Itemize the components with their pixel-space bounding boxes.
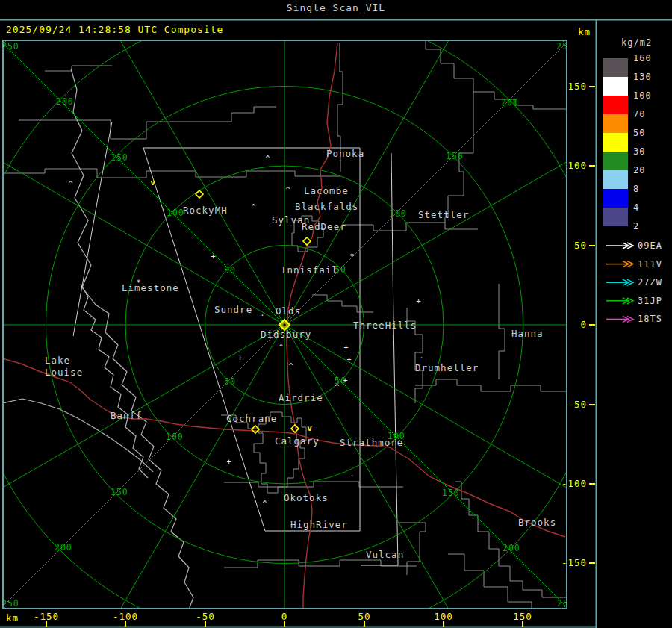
legend-radar-label: 09EA <box>638 240 662 251</box>
county-boundary <box>19 107 276 139</box>
right-axis-label: 100 <box>567 160 587 171</box>
legend-radar-label: 111V <box>638 259 662 270</box>
scan-timestamp: 2025/09/24 14:28:58 UTC Composite <box>6 24 223 35</box>
town-marker: ^ <box>251 203 256 211</box>
range-ring-label: 100 <box>166 432 184 442</box>
right-axis-unit: km <box>578 26 591 37</box>
city-label: Blackfalds <box>295 201 358 212</box>
city-label: Stettler <box>418 209 469 220</box>
radial-line <box>284 325 647 534</box>
right-axis-label: 0 <box>580 319 587 330</box>
chevron-marker: v <box>150 178 156 187</box>
city-label: ThreeHills <box>353 320 417 331</box>
range-ring-label: 150 <box>446 151 464 161</box>
town-marker: + <box>343 343 349 352</box>
city-label: Cochrane <box>226 413 277 424</box>
range-ring-label: 100 <box>167 208 184 218</box>
legend-color-swatch <box>603 208 628 226</box>
legend-scale-label: 2 <box>633 221 639 231</box>
county-boundary <box>415 379 567 391</box>
range-ring-label: 50 <box>224 265 236 276</box>
city-label: Hanna <box>511 328 544 339</box>
city-label: Vulcan <box>366 549 404 560</box>
legend-scale-label: 70 <box>633 109 645 119</box>
radial-line <box>284 0 494 325</box>
range-ring-label: 250 <box>557 598 575 609</box>
city-label: Okotoks <box>284 492 329 503</box>
radial-line <box>75 325 284 628</box>
legend-scale-label: 130 <box>633 72 652 82</box>
right-axis-label: -100 <box>561 478 587 489</box>
town-marker: * <box>349 252 355 261</box>
town-marker: ^ <box>262 500 267 508</box>
bottom-axis-label: -100 <box>113 611 138 622</box>
town-marker: ^ <box>335 383 340 391</box>
legend-color-swatch <box>603 77 628 96</box>
legend-radar-label: 27ZW <box>638 277 662 287</box>
town-marker: · <box>260 311 265 320</box>
radial-line <box>284 29 580 325</box>
city-label: Lacombe <box>304 185 349 196</box>
legend-color-swatch <box>603 170 628 189</box>
town-marker: ^ <box>288 362 293 370</box>
right-axis-label: -150 <box>561 557 587 568</box>
range-ring-label: 100 <box>389 208 407 219</box>
legend-scale-label: 160 <box>633 53 652 63</box>
chevron-marker: v <box>307 423 313 433</box>
legend-color-swatch <box>603 58 628 77</box>
radial-line <box>284 116 647 325</box>
city-label: Ponoka <box>326 148 364 159</box>
right-axis-label: 50 <box>574 240 587 251</box>
county-boundary <box>499 284 505 379</box>
city-label: Banff <box>111 410 143 421</box>
bottom-axis-label: 50 <box>358 611 370 622</box>
town-marker: + <box>237 354 243 362</box>
county-boundary <box>426 40 473 153</box>
range-ring-label: 200 <box>503 543 520 553</box>
scan-sector-outline <box>73 122 112 336</box>
range-ring-label: 150 <box>111 152 128 163</box>
bottom-axis-label: 150 <box>513 611 532 622</box>
town-marker: ^ <box>285 186 290 194</box>
city-label: Strathmore <box>340 437 403 448</box>
town-marker: + <box>211 252 216 261</box>
bottom-axis-unit: km <box>6 612 19 624</box>
map-layers: 5010015020025050100150200250501001502002… <box>0 0 672 628</box>
bottom-axis-label: -150 <box>34 611 59 622</box>
legend-scale-label: 20 <box>633 165 645 175</box>
radar-site-marker <box>196 190 203 198</box>
town-marker: ^ <box>265 155 270 163</box>
town-marker: · <box>349 472 355 480</box>
county-boundary <box>473 92 567 109</box>
city-label: Calgary <box>275 435 320 447</box>
legend-color-swatch <box>603 133 628 152</box>
city-label: Lake <box>45 355 70 366</box>
legend-color-swatch <box>603 152 628 170</box>
range-ring-label: 50 <box>224 376 236 387</box>
town-marker: + <box>226 458 231 466</box>
radial-line <box>75 0 284 325</box>
county-boundary <box>45 66 112 71</box>
map-canvas[interactable]: 5010015020025050100150200250501001502002… <box>0 0 672 628</box>
range-ring-label: 150 <box>111 487 128 497</box>
legend-scale-label: 4 <box>633 202 639 213</box>
range-ring-label: 250 <box>1 41 19 52</box>
range-ring-label: 150 <box>442 488 460 498</box>
town-marker: ^ <box>68 180 73 188</box>
city-label: RockyMH <box>183 205 228 216</box>
city-label: Airdrie <box>279 392 323 403</box>
legend-color-swatch <box>603 114 628 133</box>
county-boundary <box>448 554 532 609</box>
city-label: Drumheller <box>415 362 479 373</box>
city-label: Louise <box>45 367 83 378</box>
city-label: Sundre <box>214 304 252 315</box>
city-label: Limestone <box>122 282 179 293</box>
legend-radar-label: 31JP <box>638 296 662 306</box>
county-boundary <box>343 223 478 231</box>
bottom-axis-label: -50 <box>196 611 215 622</box>
window-title: Single_Scan_VIL <box>0 2 672 13</box>
city-label: RedDeer <box>302 221 346 232</box>
city-label: Innisfail <box>281 264 338 276</box>
radar-center-dot <box>283 323 285 326</box>
bottom-axis-label: 0 <box>281 611 288 622</box>
